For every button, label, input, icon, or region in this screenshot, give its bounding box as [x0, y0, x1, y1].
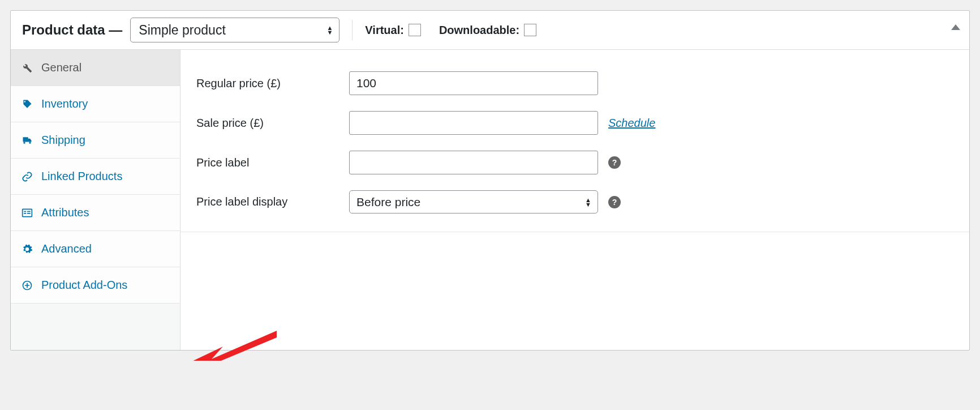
tab-label: Advanced: [41, 242, 92, 255]
tab-label: Attributes: [41, 206, 89, 219]
link-icon: [21, 170, 33, 183]
tab-advanced[interactable]: Advanced: [11, 231, 180, 267]
help-icon[interactable]: ?: [608, 156, 621, 169]
row-price-label-display: Price label display Before price ▲▼ ?: [180, 182, 969, 221]
panel-header: Product data — Simple product ▲▼ Virtual…: [11, 11, 969, 50]
sale-price-label: Sale price (£): [196, 117, 349, 130]
list-icon: [21, 207, 33, 219]
regular-price-label: Regular price (£): [196, 77, 349, 90]
section-divider: [180, 232, 969, 232]
general-pane: Regular price (£) Sale price (£) Schedul…: [180, 50, 969, 350]
panel-title: Product data —: [22, 22, 122, 38]
svg-rect-1: [24, 211, 26, 212]
sale-price-input[interactable]: [349, 111, 598, 135]
panel-body: General Inventory Shipping Linked Produc…: [11, 50, 969, 350]
downloadable-checkbox[interactable]: [524, 24, 536, 36]
downloadable-checkbox-wrap: Downloadable:: [439, 24, 536, 37]
truck-icon: [21, 134, 33, 147]
tab-label: General: [41, 61, 81, 74]
tab-shipping[interactable]: Shipping: [11, 122, 180, 159]
tab-general[interactable]: General: [11, 50, 180, 86]
tab-label: Product Add-Ons: [41, 279, 127, 292]
tab-label: Shipping: [41, 134, 85, 147]
plus-circle-icon: [21, 279, 33, 292]
product-type-select-wrap: Simple product ▲▼: [130, 18, 339, 42]
svg-rect-4: [27, 213, 31, 214]
regular-price-input[interactable]: [349, 71, 598, 95]
help-icon[interactable]: ?: [608, 196, 621, 208]
tab-attributes[interactable]: Attributes: [11, 195, 180, 231]
tab-product-addons[interactable]: Product Add-Ons: [11, 267, 180, 304]
downloadable-label: Downloadable:: [439, 24, 519, 37]
wrench-icon: [21, 62, 33, 74]
header-separator: [352, 20, 353, 40]
tab-linked-products[interactable]: Linked Products: [11, 159, 180, 195]
virtual-checkbox[interactable]: [409, 24, 421, 36]
tab-label: Inventory: [41, 97, 88, 110]
price-label-display-wrap: Before price ▲▼: [349, 190, 598, 213]
price-label-label: Price label: [196, 156, 349, 169]
tab-inventory[interactable]: Inventory: [11, 86, 180, 122]
row-price-label: Price label ?: [180, 143, 969, 182]
gear-icon: [21, 243, 33, 255]
product-data-panel: Product data — Simple product ▲▼ Virtual…: [10, 10, 970, 351]
price-label-display-select[interactable]: Before price: [349, 190, 598, 213]
sidebar: General Inventory Shipping Linked Produc…: [11, 50, 180, 350]
tag-icon: [21, 98, 33, 110]
tab-label: Linked Products: [41, 170, 122, 183]
price-label-input[interactable]: [349, 151, 598, 174]
price-label-display-label: Price label display: [196, 195, 349, 208]
virtual-checkbox-wrap: Virtual:: [365, 24, 421, 37]
svg-rect-3: [24, 213, 26, 214]
row-regular-price: Regular price (£): [180, 63, 969, 103]
row-sale-price: Sale price (£) Schedule: [180, 103, 969, 143]
product-type-select[interactable]: Simple product: [130, 18, 339, 42]
svg-rect-2: [27, 211, 31, 212]
virtual-label: Virtual:: [365, 24, 404, 37]
collapse-toggle[interactable]: [951, 21, 960, 33]
schedule-link[interactable]: Schedule: [608, 117, 655, 130]
